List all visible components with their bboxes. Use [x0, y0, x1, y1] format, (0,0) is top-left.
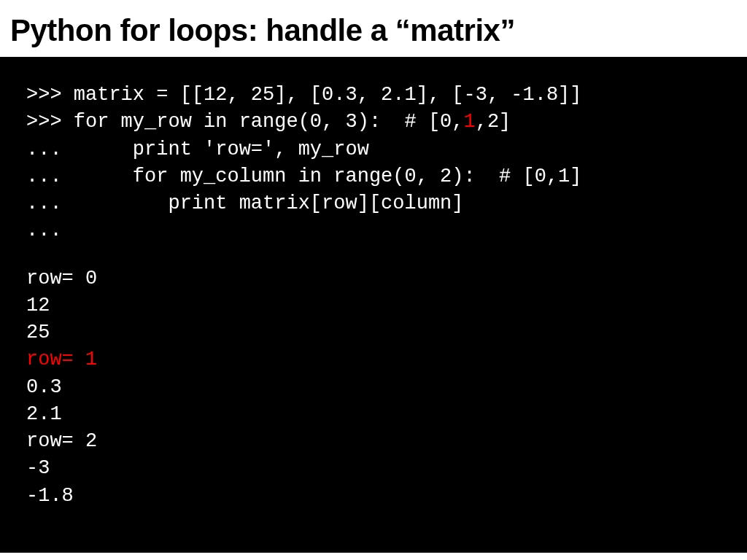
slide-title: Python for loops: handle a “matrix” [10, 13, 737, 48]
code-line-2-highlight: 1 [464, 111, 476, 133]
code-line-2-part-a: >>> for my_row in range(0, 3): # [0, [26, 111, 464, 133]
code-line-5: ... print matrix[row][column] [26, 192, 464, 214]
terminal-block: >>> matrix = [[12, 25], [0.3, 2.1], [-3,… [0, 57, 747, 553]
blank-line [26, 245, 721, 265]
code-line-2-part-b: ,2] [476, 111, 511, 133]
output-val-4: 2.1 [26, 403, 62, 425]
output-val-2: 25 [26, 322, 50, 343]
slide-header: Python for loops: handle a “matrix” [0, 0, 747, 57]
code-line-4: ... for my_column in range(0, 2): # [0,1… [26, 166, 582, 187]
code-line-1: >>> matrix = [[12, 25], [0.3, 2.1], [-3,… [26, 84, 582, 106]
output-val-5: -3 [26, 457, 50, 479]
output-val-6: -1.8 [26, 485, 74, 507]
output-row-2: row= 2 [26, 430, 97, 452]
output-row-1-highlight: row= 1 [26, 349, 97, 370]
output-val-1: 12 [26, 295, 50, 316]
output-val-3: 0.3 [26, 376, 62, 398]
code-line-3: ... print 'row=', my_row [26, 139, 369, 160]
output-row-0: row= 0 [26, 268, 97, 289]
code-line-6: ... [26, 219, 62, 241]
